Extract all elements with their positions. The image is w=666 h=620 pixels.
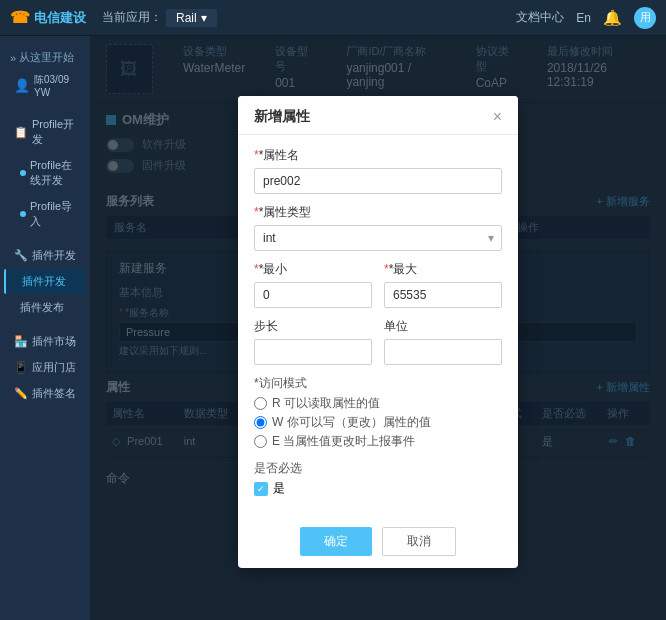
sidebar-divider-1 [8, 107, 82, 108]
dialog-required-label: 是否必选 [254, 460, 502, 477]
app-icon: 📱 [14, 361, 28, 374]
current-app-label: 当前应用： [102, 9, 162, 26]
dialog-step-input[interactable] [254, 339, 372, 365]
content-area: 🖼 设备类型 WaterMeter 设备型号 001 厂商ID/厂商名称 yan… [90, 36, 666, 620]
dialog-attr-type-label: *属性类型 [254, 204, 502, 221]
avatar[interactable]: 用 [634, 7, 656, 29]
radio-w-label: W 你可以写（更改）属性的值 [272, 414, 431, 431]
dialog-unit-group: 单位 [384, 318, 502, 365]
dialog-attr-type-group: *属性类型 int string decimal boolean dateTim… [254, 204, 502, 251]
dialog-min-max-row: *最小 *最大 [254, 261, 502, 318]
dialog-access-label: *访问模式 [254, 375, 502, 392]
sidebar-divider-2 [8, 238, 82, 239]
sidebar-item-plugin-dev[interactable]: 🔧 插件开发 [4, 243, 86, 268]
dialog-unit-input[interactable] [384, 339, 502, 365]
radio-e-label: E 当属性值更改时上报事件 [272, 433, 415, 450]
top-nav-right: 文档中心 En 🔔 用 [516, 7, 656, 29]
dialog-attr-name-input[interactable] [254, 168, 502, 194]
plugin-icon: 🔧 [14, 249, 28, 262]
dialog-unit-label: 单位 [384, 318, 502, 335]
dialog-header: 新增属性 × [238, 96, 518, 135]
dialog-step-unit-row: 步长 单位 [254, 318, 502, 375]
dialog-required-group: 是否必选 ✓ 是 [254, 460, 502, 497]
checkbox-yes-icon[interactable]: ✓ [254, 482, 268, 496]
dialog-attr-name-label: *属性名 [254, 147, 502, 164]
dialog-max-label: *最大 [384, 261, 502, 278]
radio-r: R 可以读取属性的值 [254, 395, 502, 412]
radio-e: E 当属性值更改时上报事件 [254, 433, 502, 450]
dialog-max-group: *最大 [384, 261, 502, 308]
radio-w: W 你可以写（更改）属性的值 [254, 414, 502, 431]
dialog-step-group: 步长 [254, 318, 372, 365]
sidebar-item-plugin-mgmt[interactable]: 插件开发 [4, 269, 86, 294]
dialog-attr-type-select[interactable]: int string decimal boolean dateTime json… [254, 225, 502, 251]
dialog-attr-name-group: *属性名 [254, 147, 502, 194]
current-app-name: Rail [176, 11, 197, 25]
sidebar-item-profile-dev[interactable]: 📋 Profile开发 [4, 112, 86, 152]
profile-dev-icon: 📋 [14, 126, 28, 139]
radio-e-input[interactable] [254, 435, 267, 448]
logo-icon: ☎ [10, 8, 30, 27]
radio-r-label: R 可以读取属性的值 [272, 395, 380, 412]
sign-icon: ✏️ [14, 387, 28, 400]
sidebar-item-plugin-sign[interactable]: ✏️ 插件签名 [4, 381, 86, 406]
chevron-icon: » [10, 52, 16, 64]
dialog-max-input[interactable] [384, 282, 502, 308]
sidebar-item-user[interactable]: 👤 陈03/09 YW [4, 68, 86, 103]
dialog-close-button[interactable]: × [493, 108, 502, 126]
main-layout: » 从这里开始 👤 陈03/09 YW 📋 Profile开发 Profile在… [0, 36, 666, 620]
help-link[interactable]: 文档中心 [516, 9, 564, 26]
dot-icon [20, 211, 26, 217]
lang-switch[interactable]: En [576, 11, 591, 25]
dialog-attr-type-select-wrapper: int string decimal boolean dateTime json… [254, 225, 502, 251]
sidebar-item-profile-online[interactable]: Profile在线开发 [4, 153, 86, 193]
dialog-body: *属性名 *属性类型 int string decimal boolean [238, 135, 518, 519]
dialog-min-group: *最小 [254, 261, 372, 308]
dialog-footer: 确定 取消 [238, 519, 518, 568]
radio-r-input[interactable] [254, 397, 267, 410]
checkbox-yes-label: 是 [273, 480, 285, 497]
sidebar-item-profile-import[interactable]: Profile导入 [4, 194, 86, 234]
dialog-cancel-button[interactable]: 取消 [382, 527, 456, 556]
logo: ☎ 电信建设 [10, 8, 86, 27]
dialog-access-mode-group: *访问模式 R 可以读取属性的值 W 你可以写（更改）属性的值 E 当属性值更改… [254, 375, 502, 450]
new-attr-dialog: 新增属性 × *属性名 *属性类型 int [238, 96, 518, 568]
dialog-confirm-button[interactable]: 确定 [300, 527, 372, 556]
user-icon: 👤 [14, 78, 30, 93]
sidebar-section-start: » 从这里开始 [0, 44, 90, 67]
dropdown-icon: ▾ [201, 11, 207, 25]
sidebar-item-app-mgmt[interactable]: 📱 应用门店 [4, 355, 86, 380]
dialog-min-input[interactable] [254, 282, 372, 308]
sidebar-item-plugin-market[interactable]: 🏪 插件市场 [4, 329, 86, 354]
radio-w-input[interactable] [254, 416, 267, 429]
dialog-overlay: 新增属性 × *属性名 *属性类型 int [90, 36, 666, 620]
dialog-min-label: *最小 [254, 261, 372, 278]
sidebar: » 从这里开始 👤 陈03/09 YW 📋 Profile开发 Profile在… [0, 36, 90, 620]
dialog-step-label: 步长 [254, 318, 372, 335]
dialog-title: 新增属性 [254, 108, 310, 126]
top-navigation: ☎ 电信建设 当前应用： Rail ▾ 文档中心 En 🔔 用 [0, 0, 666, 36]
checkbox-yes: ✓ 是 [254, 480, 502, 497]
dot-icon [20, 170, 26, 176]
sidebar-item-plugin-release[interactable]: 插件发布 [4, 295, 86, 320]
logo-text: 电信建设 [34, 9, 86, 27]
market-icon: 🏪 [14, 335, 28, 348]
notification-icon[interactable]: 🔔 [603, 9, 622, 27]
current-app-badge[interactable]: Rail ▾ [166, 9, 217, 27]
sidebar-divider-3 [8, 324, 82, 325]
